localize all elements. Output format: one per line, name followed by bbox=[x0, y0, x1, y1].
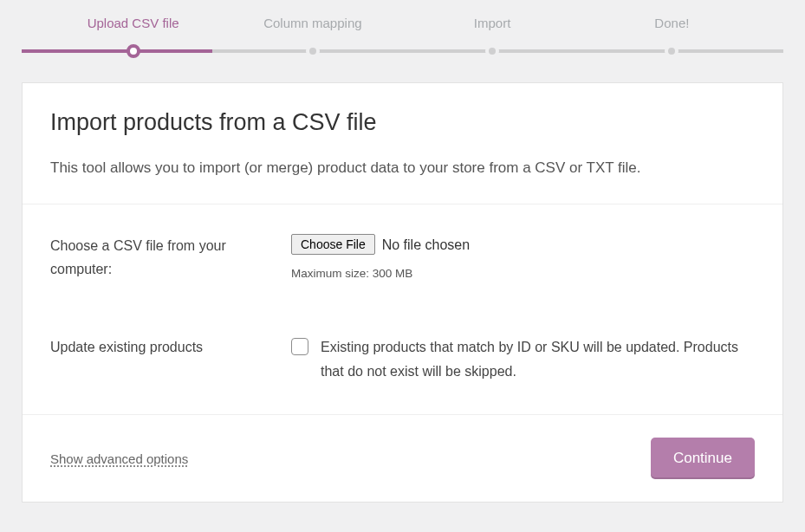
import-wizard: Upload CSV file Column mapping Import Do… bbox=[0, 0, 805, 503]
step-label: Column mapping bbox=[263, 16, 361, 30]
label-update-existing: Update existing products bbox=[23, 309, 291, 415]
step-dot-icon bbox=[306, 44, 320, 58]
continue-button[interactable]: Continue bbox=[651, 438, 755, 479]
page-title: Import products from a CSV file bbox=[50, 109, 755, 136]
card-footer: Show advanced options Continue bbox=[23, 414, 782, 502]
step-label: Upload CSV file bbox=[88, 16, 179, 30]
import-card: Import products from a CSV file This too… bbox=[22, 82, 783, 503]
show-advanced-link[interactable]: Show advanced options bbox=[50, 451, 188, 466]
step-label: Import bbox=[474, 16, 511, 30]
step-upload-csv[interactable]: Upload CSV file bbox=[43, 0, 223, 63]
choose-file-button[interactable]: Choose File bbox=[291, 234, 375, 255]
update-existing-checkbox[interactable] bbox=[291, 338, 308, 355]
max-size-hint: Maximum size: 300 MB bbox=[291, 264, 755, 283]
update-existing-description: Existing products that match by ID or SK… bbox=[321, 335, 755, 386]
form-table: Choose a CSV file from your computer: Ch… bbox=[23, 204, 782, 415]
step-dot-icon bbox=[665, 44, 678, 58]
step-dot-icon bbox=[127, 44, 140, 58]
row-choose-file: Choose a CSV file from your computer: Ch… bbox=[23, 204, 782, 309]
label-choose-file: Choose a CSV file from your computer: bbox=[23, 204, 291, 309]
row-update-existing: Update existing products Existing produc… bbox=[23, 309, 782, 415]
stepper: Upload CSV file Column mapping Import Do… bbox=[22, 0, 783, 63]
page-description: This tool allows you to import (or merge… bbox=[50, 157, 755, 179]
step-dot-icon bbox=[485, 44, 499, 58]
step-done[interactable]: Done! bbox=[582, 0, 762, 63]
step-label: Done! bbox=[654, 16, 689, 30]
step-import[interactable]: Import bbox=[403, 0, 582, 63]
card-header: Import products from a CSV file This too… bbox=[23, 83, 782, 204]
file-chosen-status: No file chosen bbox=[382, 234, 470, 256]
step-column-mapping[interactable]: Column mapping bbox=[223, 0, 402, 63]
